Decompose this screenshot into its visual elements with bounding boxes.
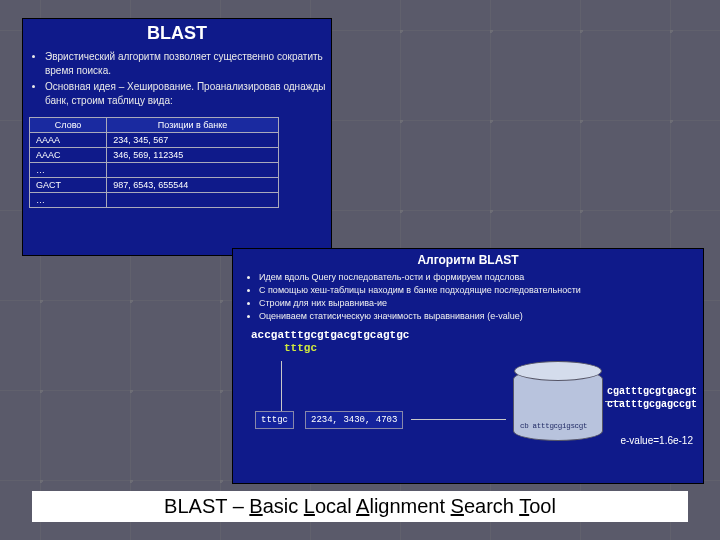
box-positions: 2234, 3430, 4703 bbox=[311, 415, 397, 425]
cell: AAAA bbox=[30, 133, 107, 148]
caption-acronym: BLAST – Basic Local Alignment Search Too… bbox=[32, 491, 688, 522]
panel2-bullets: Идем вдоль Query последователь-ости и фо… bbox=[233, 271, 703, 323]
evalue-label: e-value=1.6e-12 bbox=[620, 435, 693, 446]
panel1-bullets: Эвристический алгоритм позволяет существ… bbox=[23, 50, 331, 107]
panel2-title: Алгоритм BLAST bbox=[233, 249, 703, 271]
bullet: Идем вдоль Query последователь-ости и фо… bbox=[259, 271, 703, 283]
result-sequences: cgatttgcgtgacgt ctatttgcgagccgt bbox=[607, 385, 697, 411]
arrow-line bbox=[411, 419, 506, 420]
cap-a: A bbox=[356, 495, 369, 517]
cell: 234, 345, 567 bbox=[107, 133, 279, 148]
cap-s: S bbox=[451, 495, 464, 517]
cap-t: T bbox=[519, 495, 529, 517]
cap-align: lignment bbox=[369, 495, 450, 517]
cap-l: L bbox=[304, 495, 315, 517]
cell: … bbox=[30, 193, 107, 208]
panel1-bullet: Эвристический алгоритм позволяет существ… bbox=[45, 50, 331, 77]
cap-basic: asic bbox=[263, 495, 304, 517]
slide-blast-algorithm: Алгоритм BLAST Идем вдоль Query последов… bbox=[232, 248, 704, 484]
col-word: Слово bbox=[30, 118, 107, 133]
hash-table: Слово Позиции в банке AAAA234, 345, 567 … bbox=[29, 117, 279, 208]
result-seq: cgatttgcgtgacgt bbox=[607, 385, 697, 398]
cell: 987, 6543, 655544 bbox=[107, 178, 279, 193]
caption-prefix: BLAST – bbox=[164, 495, 249, 517]
panel1-title: BLAST bbox=[23, 19, 331, 50]
arrow-line bbox=[281, 361, 282, 411]
bullet: С помощью хеш-таблицы находим в банке по… bbox=[259, 284, 703, 296]
cell: GACT bbox=[30, 178, 107, 193]
bullet: Строим для них выравнива-ие bbox=[259, 297, 703, 309]
cell bbox=[107, 193, 279, 208]
slide-blast-intro: BLAST Эвристический алгоритм позволяет с… bbox=[22, 18, 332, 256]
cell: 346, 569, 112345 bbox=[107, 148, 279, 163]
positions-box: 2234, 3430, 4703 bbox=[305, 411, 403, 429]
cap-search: earch bbox=[464, 495, 519, 517]
cell: AAAC bbox=[30, 148, 107, 163]
subword-box: tttgc bbox=[255, 411, 294, 429]
cap-tool: ool bbox=[529, 495, 556, 517]
cylinder-label: cb atttgcgigscgt bbox=[518, 421, 600, 431]
bullet: Оцениваем статисическую значимость вырав… bbox=[259, 310, 703, 322]
query-subword: tttgc bbox=[284, 342, 317, 354]
cell: … bbox=[30, 163, 107, 178]
col-positions: Позиции в банке bbox=[107, 118, 279, 133]
cap-local: ocal bbox=[315, 495, 356, 517]
cell bbox=[107, 163, 279, 178]
result-seq: ctatttgcgagccgt bbox=[607, 398, 697, 411]
box-word: tttgc bbox=[261, 415, 288, 425]
query-sequence: accgatttgcgtgacgtgcagtgc tttgc bbox=[251, 329, 703, 355]
cap-b: B bbox=[249, 495, 262, 517]
panel1-bullet: Основная идея – Хеширование. Проанализир… bbox=[45, 80, 331, 107]
query-line: accgatttgcgtgacgtgcagtgc bbox=[251, 329, 409, 341]
